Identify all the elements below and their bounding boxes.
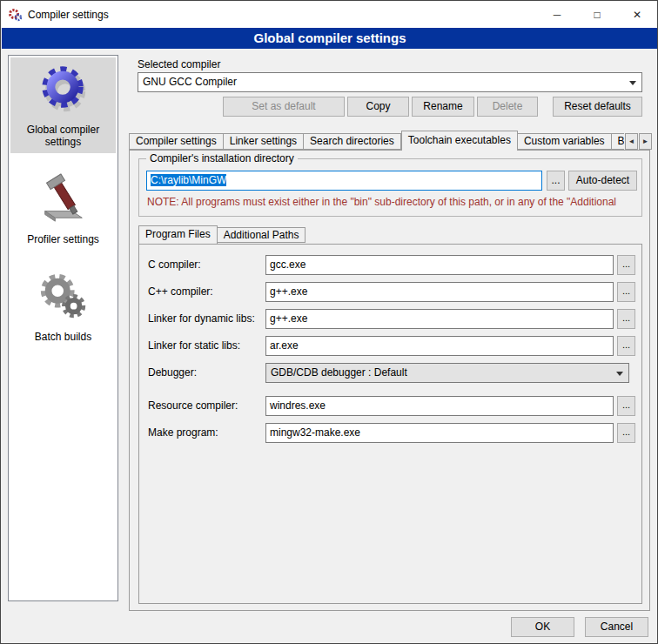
tab-linker-settings[interactable]: Linker settings: [224, 133, 304, 150]
subtab-program-files[interactable]: Program Files: [138, 225, 218, 244]
rename-button[interactable]: Rename: [412, 97, 474, 117]
make-program-browse-button[interactable]: ...: [617, 423, 635, 443]
linker-static-label: Linker for static libs:: [148, 339, 240, 352]
installation-directory-value: C:\raylib\MinGW: [151, 174, 226, 186]
field-row-cpp-compiler: C++ compiler: g++.exe ...: [139, 282, 641, 302]
cpp-compiler-browse-button[interactable]: ...: [617, 282, 635, 302]
tab-toolchain-executables[interactable]: Toolchain executables: [401, 131, 518, 151]
c-compiler-browse-button[interactable]: ...: [617, 255, 635, 275]
gear-icon: [12, 63, 114, 120]
close-button[interactable]: ✕: [617, 1, 657, 28]
installation-directory-group-title: Compiler's installation directory: [146, 152, 298, 164]
linker-dynamic-label: Linker for dynamic libs:: [148, 312, 255, 325]
c-compiler-input[interactable]: gcc.exe: [265, 255, 614, 275]
debugger-value: GDB/CDB debugger : Default: [271, 366, 407, 379]
tab-search-directories[interactable]: Search directories: [304, 133, 401, 150]
subtabstrip: Program Files Additional Paths: [138, 225, 306, 244]
program-files-panel: C compiler: gcc.exe ... C++ compiler: g+…: [138, 244, 642, 604]
cancel-button[interactable]: Cancel: [585, 617, 648, 637]
reset-defaults-button[interactable]: Reset defaults: [553, 97, 642, 117]
field-row-linker-dynamic: Linker for dynamic libs: g++.exe ...: [139, 309, 641, 329]
sidebar-item-label: Profiler settings: [12, 233, 114, 245]
chevron-down-icon: [629, 81, 636, 85]
field-row-make-program: Make program: mingw32-make.exe ...: [139, 423, 641, 443]
installation-directory-group: Compiler's installation directory C:\ray…: [138, 158, 642, 217]
tabstrip: Compiler settings Linker settings Search…: [129, 131, 652, 151]
selected-compiler-label: Selected compiler: [138, 58, 220, 70]
sidebar-item-batch-builds[interactable]: Batch builds: [10, 265, 116, 348]
gears-icon: [12, 270, 114, 327]
resource-compiler-value: windres.exe: [270, 399, 326, 412]
debugger-select[interactable]: GDB/CDB debugger : Default: [265, 363, 629, 383]
window-controls: ─ □ ✕: [537, 1, 657, 28]
minimize-button[interactable]: ─: [537, 1, 577, 28]
profiler-icon: [12, 172, 114, 230]
copy-button[interactable]: Copy: [347, 97, 409, 117]
tab-scroll-arrows: ◄ ►: [624, 133, 652, 150]
c-compiler-value: gcc.exe: [270, 258, 306, 271]
tab-scroll-right-icon[interactable]: ►: [639, 133, 652, 150]
field-row-debugger: Debugger: GDB/CDB debugger : Default: [139, 363, 641, 383]
sidebar-item-global-compiler-settings[interactable]: Global compiler settings: [10, 57, 116, 153]
installation-directory-browse-button[interactable]: ...: [547, 171, 565, 191]
debugger-label: Debugger:: [148, 366, 197, 379]
make-program-input[interactable]: mingw32-make.exe: [265, 423, 614, 443]
make-program-value: mingw32-make.exe: [270, 426, 360, 439]
cpp-compiler-input[interactable]: g++.exe: [265, 282, 614, 302]
linker-dynamic-input[interactable]: g++.exe: [265, 309, 614, 329]
window-title: Compiler settings: [28, 9, 109, 21]
sidebar-item-label: Batch builds: [12, 331, 114, 343]
linker-static-input[interactable]: ar.exe: [265, 336, 614, 356]
dialog-header: Global compiler settings: [2, 28, 658, 49]
toolchain-executables-panel: Compiler's installation directory C:\ray…: [129, 150, 650, 611]
installation-directory-input[interactable]: C:\raylib\MinGW: [146, 171, 542, 191]
field-row-linker-static: Linker for static libs: ar.exe ...: [139, 336, 641, 356]
subtab-additional-paths[interactable]: Additional Paths: [218, 227, 306, 243]
ok-button[interactable]: OK: [511, 617, 574, 637]
sidebar-item-label: Global compiler settings: [12, 124, 114, 148]
tab-scroll-left-icon[interactable]: ◄: [625, 133, 638, 150]
field-row-resource-compiler: Resource compiler: windres.exe ...: [139, 396, 641, 416]
compiler-settings-window: Compiler settings ─ □ ✕ Global compiler …: [0, 0, 658, 644]
maximize-button[interactable]: □: [577, 1, 617, 28]
linker-dynamic-value: g++.exe: [270, 312, 307, 325]
compiler-select-value: GNU GCC Compiler: [143, 76, 237, 88]
delete-button[interactable]: Delete: [477, 97, 538, 117]
app-icon: [9, 8, 23, 22]
resource-compiler-input[interactable]: windres.exe: [265, 396, 614, 416]
sidebar-item-profiler-settings[interactable]: Profiler settings: [10, 167, 116, 251]
tab-compiler-settings[interactable]: Compiler settings: [129, 133, 224, 150]
field-row-c-compiler: C compiler: gcc.exe ...: [139, 255, 641, 275]
linker-static-browse-button[interactable]: ...: [617, 336, 635, 356]
installation-note: NOTE: All programs must exist either in …: [147, 196, 640, 208]
titlebar: Compiler settings ─ □ ✕: [1, 1, 657, 28]
linker-static-value: ar.exe: [270, 339, 299, 352]
cpp-compiler-value: g++.exe: [270, 285, 307, 298]
c-compiler-label: C compiler:: [148, 258, 201, 271]
chevron-down-icon: [616, 372, 623, 376]
linker-dynamic-browse-button[interactable]: ...: [617, 309, 635, 329]
resource-compiler-label: Resource compiler:: [148, 399, 238, 412]
compiler-select[interactable]: GNU GCC Compiler: [138, 72, 642, 92]
resource-compiler-browse-button[interactable]: ...: [617, 396, 635, 416]
cpp-compiler-label: C++ compiler:: [148, 285, 213, 298]
settings-sidebar: Global compiler settings Profiler settin…: [8, 55, 118, 601]
set-as-default-button[interactable]: Set as default: [223, 97, 345, 117]
tab-custom-variables[interactable]: Custom variables: [518, 133, 612, 150]
make-program-label: Make program:: [148, 426, 218, 439]
auto-detect-button[interactable]: Auto-detect: [568, 171, 637, 191]
